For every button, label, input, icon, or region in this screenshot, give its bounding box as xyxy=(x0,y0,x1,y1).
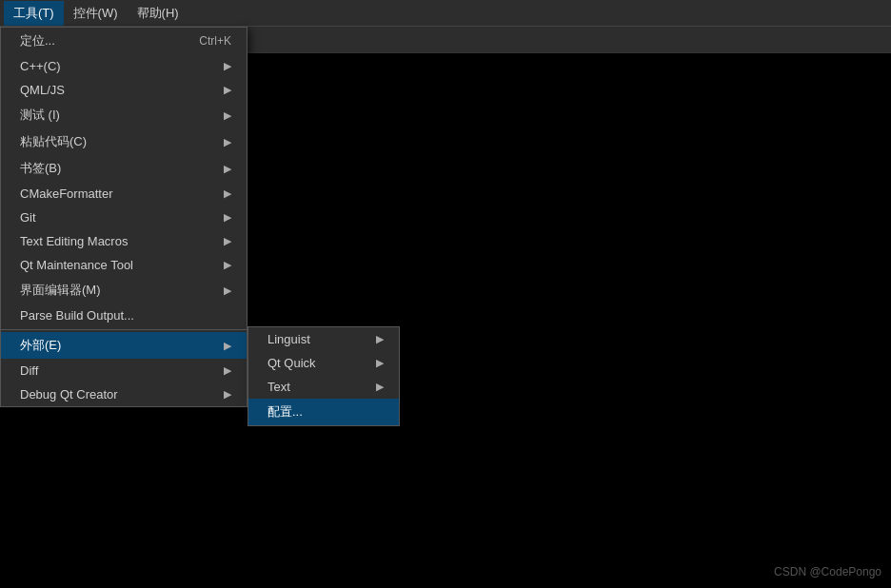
watermark: CSDN @CodePongo xyxy=(774,565,881,578)
tools-menu: 定位... Ctrl+K C++(C) ▶ QML/JS ▶ 测试 (I) ▶ … xyxy=(0,27,248,407)
menu-item-diff[interactable]: Diff ▶ xyxy=(1,359,247,382)
external-menu: Linguist ▶ Qt Quick ▶ Text ▶ 配置... xyxy=(248,326,400,426)
menu-item-cpp[interactable]: C++(C) ▶ xyxy=(1,54,247,78)
menubar-tools[interactable]: 工具(T) xyxy=(4,1,64,26)
menu-item-text-macros[interactable]: Text Editing Macros ▶ xyxy=(1,229,247,253)
menu-item-cmake-formatter[interactable]: CMakeFormatter ▶ xyxy=(1,182,247,206)
menu-item-test[interactable]: 测试 (I) ▶ xyxy=(1,102,247,128)
menubar-controls[interactable]: 控件(W) xyxy=(64,1,128,26)
menu-item-external[interactable]: 外部(E) ▶ xyxy=(1,332,247,359)
menu-item-git[interactable]: Git ▶ xyxy=(1,206,247,229)
menu-item-qmljs[interactable]: QML/JS ▶ xyxy=(1,78,247,102)
menu-item-locate[interactable]: 定位... Ctrl+K xyxy=(1,28,247,54)
menu-item-qt-maintenance[interactable]: Qt Maintenance Tool ▶ xyxy=(1,253,247,277)
menubar: 工具(T) 控件(W) 帮助(H) xyxy=(0,0,891,27)
menu-item-linguist[interactable]: Linguist ▶ xyxy=(248,327,399,351)
menu-item-paste-code[interactable]: 粘贴代码(C) ▶ xyxy=(1,128,247,155)
menu-item-bookmarks[interactable]: 书签(B) ▶ xyxy=(1,155,247,182)
menu-item-configure[interactable]: 配置... xyxy=(248,399,399,425)
menu-item-ui-editor[interactable]: 界面编辑器(M) ▶ xyxy=(1,277,247,304)
menu-item-text[interactable]: Text ▶ xyxy=(248,375,399,399)
menu-item-qt-quick[interactable]: Qt Quick ▶ xyxy=(248,351,399,375)
menu-item-parse-build[interactable]: Parse Build Output... xyxy=(1,304,247,327)
menu-separator xyxy=(1,329,247,330)
menu-item-debug-qt[interactable]: Debug Qt Creator ▶ xyxy=(1,382,247,406)
menubar-help[interactable]: 帮助(H) xyxy=(128,1,188,26)
